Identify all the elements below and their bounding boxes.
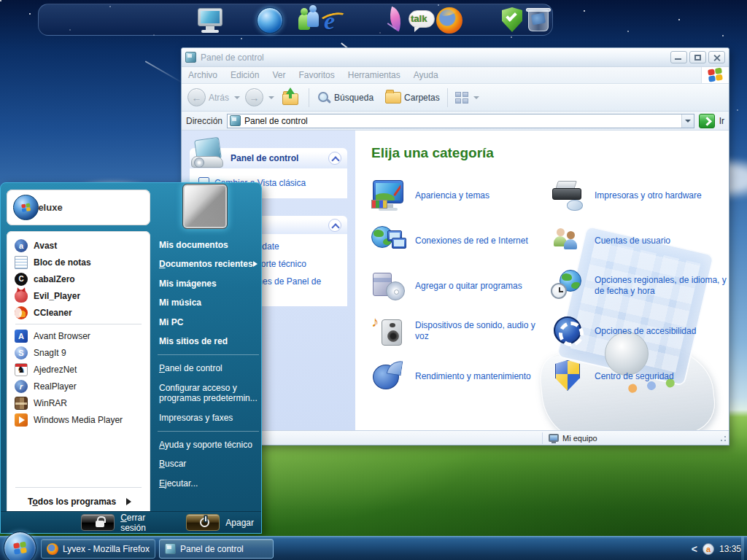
category-user-accounts[interactable]: Cuentas de usuario [551, 218, 729, 263]
go-button[interactable] [699, 114, 715, 128]
menu-favoritos[interactable]: Favoritos [292, 67, 341, 83]
start-item-ajedreznet[interactable]: ♞AjedrezNet [7, 361, 150, 378]
back-button[interactable]: ← [187, 88, 206, 106]
menu-herramientas[interactable]: Herramientas [341, 67, 407, 83]
start-item-snagit[interactable]: SSnagIt 9 [7, 344, 150, 361]
up-button[interactable] [282, 90, 301, 106]
tray-collapse-icon[interactable]: < [692, 543, 697, 555]
ajedreznet-icon: ♞ [15, 363, 28, 376]
folders-icon[interactable] [385, 92, 401, 104]
close-button[interactable] [708, 51, 725, 63]
menu-ayuda[interactable]: Ayuda [407, 67, 445, 83]
log-off-label[interactable]: Cerrar sesión [120, 513, 169, 533]
user-picture-tile[interactable] [183, 184, 227, 228]
start-item-avast[interactable]: aAvast [7, 237, 150, 254]
toolbar-separator [309, 88, 309, 107]
start-item-my-computer[interactable]: Mi PC [158, 313, 260, 332]
log-off-button[interactable] [81, 514, 115, 531]
media-player-icon[interactable] [255, 7, 285, 34]
folders-label[interactable]: Carpetas [404, 93, 440, 103]
display-icon[interactable] [196, 7, 225, 34]
start-item-recent-documents[interactable]: Documentos recientes [158, 254, 260, 273]
start-item-my-music[interactable]: Mi música [158, 293, 260, 312]
recycle-bin-icon[interactable] [524, 7, 553, 34]
maximize-button[interactable] [689, 51, 706, 63]
page-title: Elija una categoría [371, 145, 729, 161]
shut-down-label[interactable]: Apagar [225, 518, 254, 528]
security-center-icon [551, 359, 586, 394]
chevron-up-icon[interactable] [328, 152, 341, 165]
separator [15, 324, 142, 324]
firefox-icon [47, 543, 58, 555]
start-item-evil-player[interactable]: Evil_Player [7, 287, 150, 304]
cabalzero-icon: C [15, 273, 28, 286]
network-icon [371, 223, 406, 258]
category-sounds[interactable]: ♪ Dispositivos de sonido, audio y voz [371, 308, 551, 354]
chevron-up-icon[interactable] [328, 219, 341, 232]
category-regional[interactable]: Opciones regionales, de idioma, y de fec… [551, 263, 729, 308]
all-programs-button[interactable]: Todos los programas [7, 491, 150, 513]
menu-edicion[interactable]: Edición [224, 67, 266, 83]
minimize-button[interactable] [670, 51, 687, 63]
taskbar-edge-strip[interactable] [741, 537, 744, 560]
category-security-center[interactable]: Centro de seguridad [551, 354, 729, 399]
avast-icon: a [15, 239, 28, 252]
category-printers[interactable]: Impresoras y otro hardware [551, 173, 729, 218]
avast-tray-icon[interactable]: a [703, 543, 714, 555]
start-item-winrar[interactable]: WinRAR [7, 394, 150, 411]
taskbar-button-control-panel[interactable]: Panel de control [159, 539, 274, 559]
search-icon[interactable] [317, 90, 331, 105]
separator [158, 431, 259, 432]
shut-down-button[interactable] [186, 514, 220, 531]
start-item-avant-browser[interactable]: AAvant Browser [7, 327, 150, 344]
control-panel-big-icon [191, 139, 225, 169]
category-network[interactable]: Conexiones de red e Internet [371, 218, 551, 263]
back-dropdown-icon[interactable] [234, 96, 240, 99]
firefox-icon[interactable] [435, 7, 464, 34]
address-dropdown-button[interactable] [681, 114, 694, 128]
start-item-network-places[interactable]: Mis sitios de red [158, 332, 260, 351]
pane-title: Panel de control [231, 153, 298, 163]
start-item-my-documents[interactable]: Mis documentos [158, 236, 260, 254]
search-label[interactable]: Búsqueda [334, 93, 374, 103]
start-item-notepad[interactable]: Bloc de notas [7, 254, 150, 271]
category-add-remove[interactable]: Agregar o quitar programas [371, 263, 551, 308]
start-item-wmp[interactable]: Windows Media Player [7, 411, 150, 428]
address-input[interactable]: Panel de control [227, 114, 694, 128]
start-item-default-programs[interactable]: Configurar acceso y programas predetermi… [158, 378, 260, 408]
start-item-ccleaner[interactable]: CCleaner [7, 304, 150, 321]
category-label: Conexiones de red e Internet [415, 236, 528, 246]
start-item-run[interactable]: Ejecutar... [158, 474, 260, 493]
back-label[interactable]: Atrás [209, 93, 229, 103]
menu-ver[interactable]: Ver [266, 67, 292, 83]
feather-icon[interactable] [381, 7, 410, 34]
start-item-cabalzero[interactable]: CcabalZero [7, 271, 150, 287]
windows-logo [701, 67, 729, 83]
internet-explorer-icon[interactable]: e [320, 7, 349, 34]
forward-dropdown-icon[interactable] [268, 96, 274, 99]
menu-archivo[interactable]: Archivo [182, 67, 224, 83]
views-icon[interactable] [455, 92, 468, 104]
start-item-help-support[interactable]: Ayuda y soporte técnico [158, 435, 260, 454]
category-performance[interactable]: Rendimiento y mantenimiento [371, 354, 551, 399]
top-dock: e talk [38, 4, 553, 36]
start-item-printers-faxes[interactable]: Impresoras y faxes [158, 408, 260, 427]
start-item-control-panel[interactable]: Panel de control [158, 359, 260, 378]
start-item-realplayer[interactable]: rRealPlayer [7, 378, 150, 394]
views-dropdown-icon[interactable] [473, 96, 479, 99]
google-talk-icon[interactable]: talk [407, 7, 436, 34]
user-accounts-icon [551, 223, 586, 258]
submenu-arrow-icon [253, 261, 258, 267]
go-label[interactable]: Ir [719, 116, 724, 126]
forward-button[interactable]: → [245, 88, 263, 106]
resize-grip[interactable] [718, 433, 727, 443]
security-shield-icon[interactable] [498, 7, 527, 34]
taskbar-button-firefox[interactable]: Lyvex - Mozilla Firefox [41, 539, 155, 559]
category-appearance[interactable]: Apariencia y temas [371, 173, 551, 218]
start-item-my-pictures[interactable]: Mis imágenes [158, 274, 260, 293]
start-item-search[interactable]: Buscar [158, 454, 260, 473]
window-title: Panel de control [201, 52, 264, 63]
title-bar[interactable]: Panel de control [182, 48, 729, 67]
start-button[interactable] [4, 532, 36, 560]
category-accessibility[interactable]: Opciones de accesibilidad [551, 308, 729, 354]
